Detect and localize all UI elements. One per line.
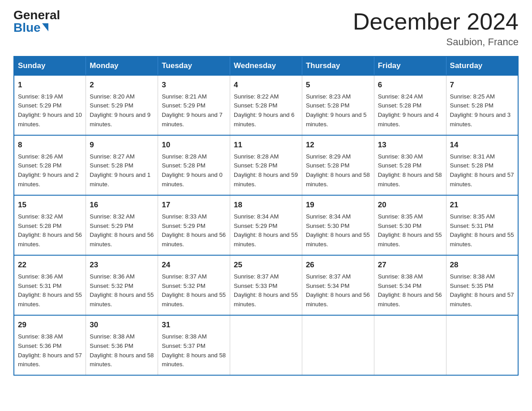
day-number: 28 xyxy=(450,259,514,271)
calendar-table: SundayMondayTuesdayWednesdayThursdayFrid… xyxy=(13,56,519,376)
day-info: Sunrise: 8:23 AMSunset: 5:28 PMDaylight:… xyxy=(306,93,367,128)
weekday-header-tuesday: Tuesday xyxy=(158,56,230,75)
calendar-cell: 13Sunrise: 8:30 AMSunset: 5:28 PMDayligh… xyxy=(374,135,446,195)
day-info: Sunrise: 8:38 AMSunset: 5:37 PMDaylight:… xyxy=(162,333,226,368)
calendar-cell: 10Sunrise: 8:28 AMSunset: 5:28 PMDayligh… xyxy=(158,135,230,195)
title-block: December 2024 Saubion, France xyxy=(353,9,519,48)
day-info: Sunrise: 8:36 AMSunset: 5:32 PMDaylight:… xyxy=(90,273,154,308)
day-info: Sunrise: 8:22 AMSunset: 5:28 PMDaylight:… xyxy=(234,93,295,128)
calendar-cell: 27Sunrise: 8:38 AMSunset: 5:34 PMDayligh… xyxy=(374,255,446,315)
day-number: 12 xyxy=(306,139,370,151)
week-row-2: 8Sunrise: 8:26 AMSunset: 5:28 PMDaylight… xyxy=(14,135,518,195)
day-info: Sunrise: 8:38 AMSunset: 5:35 PMDaylight:… xyxy=(450,273,514,308)
calendar-cell: 15Sunrise: 8:32 AMSunset: 5:28 PMDayligh… xyxy=(14,195,86,255)
day-number: 25 xyxy=(234,259,298,271)
day-number: 31 xyxy=(162,319,226,331)
calendar-cell xyxy=(302,315,374,375)
day-info: Sunrise: 8:28 AMSunset: 5:28 PMDaylight:… xyxy=(234,153,298,188)
calendar-cell: 14Sunrise: 8:31 AMSunset: 5:28 PMDayligh… xyxy=(446,135,518,195)
weekday-header-wednesday: Wednesday xyxy=(230,56,302,75)
weekday-header-friday: Friday xyxy=(374,56,446,75)
calendar-cell: 2Sunrise: 8:20 AMSunset: 5:29 PMDaylight… xyxy=(86,75,158,135)
calendar-cell: 4Sunrise: 8:22 AMSunset: 5:28 PMDaylight… xyxy=(230,75,302,135)
day-info: Sunrise: 8:21 AMSunset: 5:29 PMDaylight:… xyxy=(162,93,223,128)
calendar-cell: 1Sunrise: 8:19 AMSunset: 5:29 PMDaylight… xyxy=(14,75,86,135)
day-info: Sunrise: 8:29 AMSunset: 5:28 PMDaylight:… xyxy=(306,153,370,188)
day-info: Sunrise: 8:32 AMSunset: 5:28 PMDaylight:… xyxy=(18,213,82,248)
week-row-5: 29Sunrise: 8:38 AMSunset: 5:36 PMDayligh… xyxy=(14,315,518,375)
day-number: 13 xyxy=(378,139,442,151)
day-number: 2 xyxy=(90,79,154,91)
day-info: Sunrise: 8:38 AMSunset: 5:34 PMDaylight:… xyxy=(378,273,442,308)
weekday-header-thursday: Thursday xyxy=(302,56,374,75)
calendar-cell: 11Sunrise: 8:28 AMSunset: 5:28 PMDayligh… xyxy=(230,135,302,195)
day-info: Sunrise: 8:31 AMSunset: 5:28 PMDaylight:… xyxy=(450,153,514,188)
calendar-cell: 26Sunrise: 8:37 AMSunset: 5:34 PMDayligh… xyxy=(302,255,374,315)
calendar-cell: 30Sunrise: 8:38 AMSunset: 5:36 PMDayligh… xyxy=(86,315,158,375)
calendar-cell: 19Sunrise: 8:34 AMSunset: 5:30 PMDayligh… xyxy=(302,195,374,255)
day-number: 10 xyxy=(162,139,226,151)
day-info: Sunrise: 8:37 AMSunset: 5:34 PMDaylight:… xyxy=(306,273,370,308)
calendar-cell: 25Sunrise: 8:37 AMSunset: 5:33 PMDayligh… xyxy=(230,255,302,315)
calendar-cell xyxy=(446,315,518,375)
day-info: Sunrise: 8:34 AMSunset: 5:30 PMDaylight:… xyxy=(306,213,370,248)
day-info: Sunrise: 8:33 AMSunset: 5:29 PMDaylight:… xyxy=(162,213,226,248)
day-number: 22 xyxy=(18,259,82,271)
calendar-cell: 20Sunrise: 8:35 AMSunset: 5:30 PMDayligh… xyxy=(374,195,446,255)
calendar-cell: 18Sunrise: 8:34 AMSunset: 5:29 PMDayligh… xyxy=(230,195,302,255)
day-number: 1 xyxy=(18,79,82,91)
logo-triangle-icon xyxy=(42,23,48,31)
page-header: General Blue December 2024 Saubion, Fran… xyxy=(13,9,519,48)
day-number: 27 xyxy=(378,259,442,271)
calendar-cell: 12Sunrise: 8:29 AMSunset: 5:28 PMDayligh… xyxy=(302,135,374,195)
day-number: 15 xyxy=(18,199,82,211)
calendar-cell: 29Sunrise: 8:38 AMSunset: 5:36 PMDayligh… xyxy=(14,315,86,375)
calendar-cell: 23Sunrise: 8:36 AMSunset: 5:32 PMDayligh… xyxy=(86,255,158,315)
day-number: 24 xyxy=(162,259,226,271)
day-info: Sunrise: 8:35 AMSunset: 5:31 PMDaylight:… xyxy=(450,213,514,248)
calendar-cell: 28Sunrise: 8:38 AMSunset: 5:35 PMDayligh… xyxy=(446,255,518,315)
day-number: 21 xyxy=(450,199,514,211)
calendar-cell: 8Sunrise: 8:26 AMSunset: 5:28 PMDaylight… xyxy=(14,135,86,195)
weekday-header-saturday: Saturday xyxy=(446,56,518,75)
week-row-3: 15Sunrise: 8:32 AMSunset: 5:28 PMDayligh… xyxy=(14,195,518,255)
logo: General Blue xyxy=(13,9,60,34)
day-number: 11 xyxy=(234,139,298,151)
day-number: 16 xyxy=(90,199,154,211)
day-number: 14 xyxy=(450,139,514,151)
week-row-1: 1Sunrise: 8:19 AMSunset: 5:29 PMDaylight… xyxy=(14,75,518,135)
day-number: 8 xyxy=(18,139,82,151)
day-info: Sunrise: 8:24 AMSunset: 5:28 PMDaylight:… xyxy=(378,93,439,128)
calendar-cell: 5Sunrise: 8:23 AMSunset: 5:28 PMDaylight… xyxy=(302,75,374,135)
day-info: Sunrise: 8:28 AMSunset: 5:28 PMDaylight:… xyxy=(162,153,223,188)
calendar-cell: 17Sunrise: 8:33 AMSunset: 5:29 PMDayligh… xyxy=(158,195,230,255)
day-number: 9 xyxy=(90,139,154,151)
day-info: Sunrise: 8:38 AMSunset: 5:36 PMDaylight:… xyxy=(90,333,154,368)
calendar-cell: 6Sunrise: 8:24 AMSunset: 5:28 PMDaylight… xyxy=(374,75,446,135)
calendar-cell: 16Sunrise: 8:32 AMSunset: 5:29 PMDayligh… xyxy=(86,195,158,255)
location-subtitle: Saubion, France xyxy=(353,36,519,48)
day-info: Sunrise: 8:38 AMSunset: 5:36 PMDaylight:… xyxy=(18,333,82,368)
day-number: 23 xyxy=(90,259,154,271)
calendar-cell: 31Sunrise: 8:38 AMSunset: 5:37 PMDayligh… xyxy=(158,315,230,375)
calendar-cell: 21Sunrise: 8:35 AMSunset: 5:31 PMDayligh… xyxy=(446,195,518,255)
calendar-cell: 22Sunrise: 8:36 AMSunset: 5:31 PMDayligh… xyxy=(14,255,86,315)
weekday-header-row: SundayMondayTuesdayWednesdayThursdayFrid… xyxy=(14,56,518,75)
day-number: 7 xyxy=(450,79,514,91)
day-info: Sunrise: 8:25 AMSunset: 5:28 PMDaylight:… xyxy=(450,93,511,128)
day-number: 29 xyxy=(18,319,82,331)
calendar-cell: 7Sunrise: 8:25 AMSunset: 5:28 PMDaylight… xyxy=(446,75,518,135)
day-info: Sunrise: 8:30 AMSunset: 5:28 PMDaylight:… xyxy=(378,153,442,188)
day-number: 6 xyxy=(378,79,442,91)
day-number: 5 xyxy=(306,79,370,91)
day-number: 3 xyxy=(162,79,226,91)
day-number: 19 xyxy=(306,199,370,211)
day-info: Sunrise: 8:36 AMSunset: 5:31 PMDaylight:… xyxy=(18,273,82,308)
day-number: 17 xyxy=(162,199,226,211)
calendar-cell: 3Sunrise: 8:21 AMSunset: 5:29 PMDaylight… xyxy=(158,75,230,135)
day-info: Sunrise: 8:26 AMSunset: 5:28 PMDaylight:… xyxy=(18,153,79,188)
day-info: Sunrise: 8:35 AMSunset: 5:30 PMDaylight:… xyxy=(378,213,442,248)
calendar-cell: 24Sunrise: 8:37 AMSunset: 5:32 PMDayligh… xyxy=(158,255,230,315)
calendar-cell xyxy=(230,315,302,375)
day-info: Sunrise: 8:37 AMSunset: 5:33 PMDaylight:… xyxy=(234,273,298,308)
